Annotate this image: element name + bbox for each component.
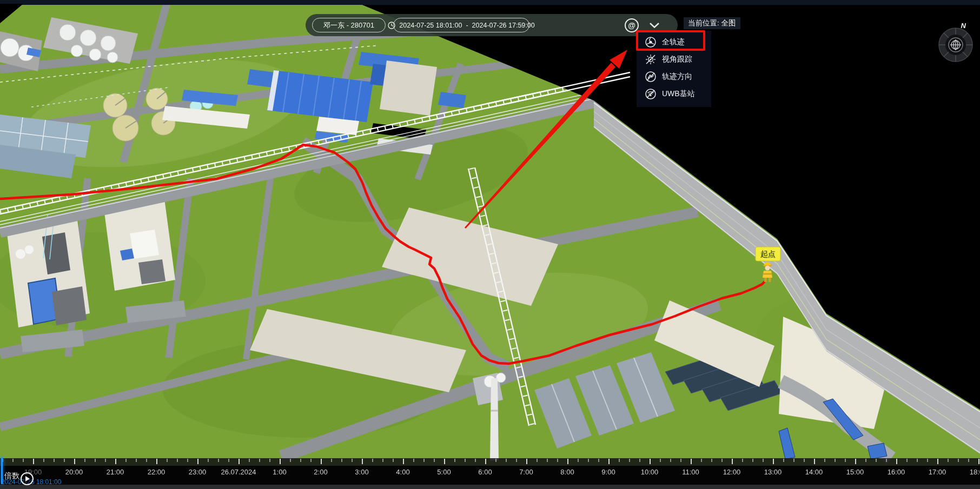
menu-item-label: 视角跟踪 [662, 55, 692, 64]
timeline-major-tick [403, 459, 404, 464]
timeline-minor-tick [721, 459, 723, 462]
timeline-major-tick [280, 459, 281, 464]
timeline-minor-tick [208, 459, 209, 462]
menu-item-track-direction[interactable]: 轨迹方向 [637, 68, 711, 85]
timeline-minor-tick [865, 459, 866, 462]
timeline-minor-tick [835, 459, 836, 462]
timeline-track[interactable] [0, 458, 980, 466]
timeline-minor-tick [742, 459, 743, 462]
locate-icon[interactable]: @ [625, 18, 639, 32]
time-range-separator: - [466, 22, 468, 29]
timeline-minor-tick [886, 459, 887, 462]
timeline-major-tick [773, 459, 774, 464]
timeline-minor-tick [341, 459, 342, 462]
timeline-minor-tick [475, 459, 476, 462]
timeline-major-tick [362, 459, 363, 464]
view-follow-icon [645, 53, 657, 65]
timeline-major-tick [732, 459, 733, 464]
timeline-minor-tick [763, 459, 764, 462]
timeline-major-tick [239, 459, 240, 464]
timeline-minor-tick [495, 459, 496, 462]
timeline-minor-tick [310, 459, 312, 462]
timeline-major-tick [197, 459, 198, 464]
timeline-minor-tick [619, 459, 620, 462]
menu-item-view-follow[interactable]: 视角跟踪 [637, 51, 711, 68]
playback-speed-label: 倍数 [4, 471, 19, 481]
timeline-minor-tick [701, 459, 702, 462]
menu-item-label: 轨迹方向 [662, 72, 692, 82]
sky-strip [0, 0, 980, 5]
timeline-major-tick [608, 459, 610, 464]
map-3d-view[interactable]: 起点 [0, 0, 980, 489]
compass-control[interactable]: N [938, 25, 974, 63]
current-location-label: 当前位置: 全图 [684, 17, 740, 29]
timeline-minor-tick [783, 459, 784, 462]
chevron-down-icon[interactable] [647, 18, 661, 32]
timeline-minor-tick [218, 459, 219, 462]
time-range-start: 2024-07-25 18:01:00 [399, 22, 462, 29]
timeline-minor-tick [917, 459, 918, 462]
timeline-minor-tick [516, 459, 517, 462]
menu-item-uwb-station[interactable]: UWB基站 [637, 85, 711, 103]
timeline-major-tick [814, 459, 815, 464]
timeline-minor-tick [845, 459, 846, 462]
timeline-minor-tick [43, 459, 44, 462]
timeline-minor-tick [146, 459, 147, 462]
timeline-major-tick [115, 459, 116, 464]
timeline-minor-tick [927, 459, 928, 462]
timeline-minor-tick [454, 459, 455, 462]
timeline-major-tick [896, 459, 897, 464]
timeline-cursor[interactable] [1, 457, 3, 484]
viewport: 起点 邓一东 - 280701 2024-07-25 18:01:00 - 20… [0, 0, 980, 489]
timeline-minor-tick [177, 459, 178, 462]
timeline-minor-tick [393, 459, 394, 462]
timeline-minor-tick [948, 459, 949, 462]
timeline-minor-tick [413, 459, 414, 462]
timeline-minor-tick [598, 459, 599, 462]
person-selector[interactable]: 邓一东 - 280701 [312, 18, 386, 32]
timeline-minor-tick [968, 459, 969, 462]
timeline-minor-tick [23, 459, 24, 462]
timeline-minor-tick [423, 459, 425, 462]
timeline-major-tick [937, 459, 938, 464]
timeline-minor-tick [670, 459, 671, 462]
menu-item-label: 全轨迹 [662, 37, 685, 47]
track-options-menu: 全轨迹 视角跟踪 轨迹方向 UWB基站 [637, 31, 711, 107]
timeline-minor-tick [465, 459, 466, 462]
timeline-major-tick [691, 459, 692, 464]
timeline-major-tick [567, 459, 568, 464]
timeline-minor-tick [660, 459, 661, 462]
timeline-minor-tick [639, 459, 640, 462]
timeline-minor-tick [372, 459, 373, 462]
timeline-minor-tick [547, 459, 548, 462]
timeline-minor-tick [629, 459, 630, 462]
timeline-minor-tick [680, 459, 681, 462]
timeline-minor-tick [906, 459, 908, 462]
timeline-minor-tick [793, 459, 794, 462]
time-range-end: 2024-07-26 17:59:00 [472, 22, 535, 29]
play-icon [25, 476, 30, 481]
timeline-minor-tick [95, 459, 96, 462]
compass-north-label: N [961, 22, 966, 30]
timeline-minor-tick [557, 459, 558, 462]
track-toolbar: 邓一东 - 280701 2024-07-25 18:01:00 - 2024-… [306, 14, 678, 36]
timeline-minor-tick [249, 459, 250, 462]
timeline-minor-tick [824, 459, 825, 462]
timeline-minor-tick [876, 459, 877, 462]
timeline-minor-tick [331, 459, 332, 462]
compass-icon [938, 25, 974, 63]
timeline-minor-tick [752, 459, 753, 462]
timeline-minor-tick [269, 459, 270, 462]
clock-icon [388, 22, 395, 29]
time-range-picker[interactable]: 2024-07-25 18:01:00 - 2024-07-26 17:59:0… [393, 18, 529, 32]
play-button[interactable] [21, 472, 34, 485]
timeline-minor-tick [958, 459, 959, 462]
timeline-major-tick [650, 459, 651, 464]
timeline-minor-tick [382, 459, 383, 462]
menu-item-full-track[interactable]: 全轨迹 [637, 34, 711, 51]
timeline-minor-tick [352, 459, 353, 462]
timeline-major-tick [74, 459, 75, 464]
timeline-minor-tick [506, 459, 507, 462]
bottom-strip [0, 485, 980, 489]
timeline-minor-tick [64, 459, 65, 462]
